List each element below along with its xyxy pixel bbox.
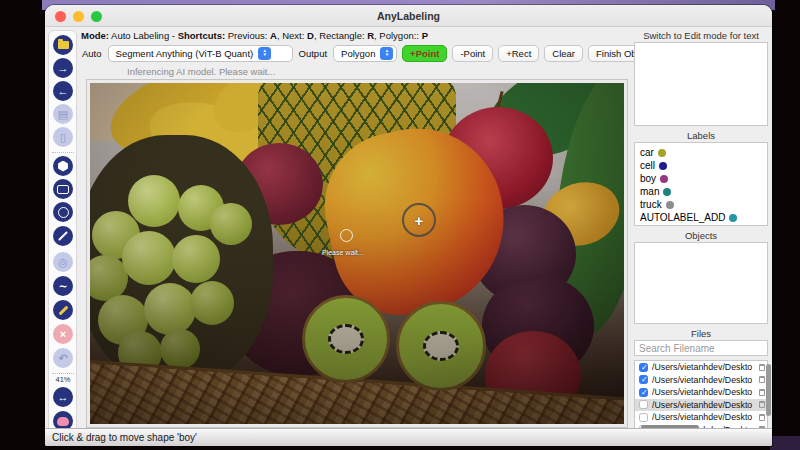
vertical-scrollbar[interactable] bbox=[766, 364, 771, 416]
file-row[interactable]: /Users/vietanhdev/Deskto bbox=[635, 361, 767, 374]
status-bar: Click & drag to move shape 'boy' bbox=[45, 428, 772, 446]
title-bar[interactable]: AnyLabeling bbox=[45, 5, 772, 27]
zoom-window-button[interactable] bbox=[91, 11, 102, 22]
status-message: Click & drag to move shape 'boy' bbox=[52, 432, 197, 443]
wait-spinner-icon bbox=[340, 229, 353, 242]
model-select[interactable]: Segment Anything (ViT-B Quant) ▲▼ bbox=[108, 45, 293, 62]
trash-icon bbox=[759, 389, 765, 396]
label-color-dot bbox=[666, 201, 674, 209]
label-item[interactable]: man bbox=[640, 185, 767, 198]
save-button[interactable]: ▤ bbox=[53, 104, 73, 124]
output-label: Output bbox=[299, 48, 328, 59]
inference-status-text: Inferencing AI model. Please wait... bbox=[127, 66, 275, 77]
file-checkbox[interactable] bbox=[639, 400, 648, 409]
toolbar-separator bbox=[52, 152, 74, 153]
shortcuts-label: Shortcuts: bbox=[178, 30, 226, 41]
window-title: AnyLabeling bbox=[45, 5, 772, 27]
file-row[interactable]: /Users/vietanhdev/Deskto bbox=[635, 411, 767, 424]
file-checkbox[interactable] bbox=[639, 363, 648, 372]
create-polyline-button[interactable]: ∼ bbox=[53, 276, 73, 296]
add-point-button[interactable]: +Point bbox=[402, 45, 447, 62]
file-row[interactable]: /Users/vietanhdev/Deskto bbox=[635, 374, 767, 387]
label-item[interactable]: AUTOLABEL_ADD bbox=[640, 211, 767, 224]
auto-labeling-toolbar: Auto Segment Anything (ViT-B Quant) ▲▼ O… bbox=[81, 44, 707, 62]
wait-tooltip: Please wait... bbox=[322, 249, 364, 256]
mode-value: Auto Labeling - bbox=[109, 30, 178, 41]
label-item[interactable]: truck bbox=[640, 198, 767, 211]
file-row[interactable]: /Users/vietanhdev/Deskto bbox=[635, 386, 767, 399]
folder-icon bbox=[58, 41, 69, 49]
mode-shortcuts-bar: Mode: Auto Labeling - Shortcuts: Previou… bbox=[81, 30, 681, 41]
tools-sidebar: → ← ▤ ▯ ◎ ∼ × ↶ 41% ↔ bbox=[48, 30, 77, 437]
auto-label: Auto bbox=[82, 48, 102, 59]
label-color-dot bbox=[663, 188, 671, 196]
search-filename-input[interactable] bbox=[634, 340, 768, 356]
polyline-icon: ∼ bbox=[58, 281, 67, 292]
label-color-dot bbox=[660, 175, 668, 183]
x-icon: × bbox=[60, 329, 66, 340]
image-canvas[interactable]: Please wait... + bbox=[86, 79, 628, 428]
open-file-button[interactable] bbox=[53, 35, 73, 55]
create-rectangle-button[interactable] bbox=[53, 179, 73, 199]
label-color-dot bbox=[658, 149, 666, 157]
right-panel: Switch to Edit mode for text editing Lab… bbox=[630, 30, 772, 436]
file-checkbox[interactable] bbox=[639, 413, 648, 422]
objects-header: Objects bbox=[630, 230, 772, 241]
save-icon: ▤ bbox=[58, 109, 68, 120]
fruit-photo: Please wait... + bbox=[90, 83, 624, 424]
next-image-button[interactable]: → bbox=[53, 58, 73, 78]
fit-width-icon: ↔ bbox=[58, 392, 69, 403]
create-polygon-button[interactable] bbox=[53, 156, 73, 176]
close-window-button[interactable] bbox=[55, 11, 66, 22]
clear-button[interactable]: Clear bbox=[544, 45, 583, 62]
toolbar-separator bbox=[52, 373, 74, 374]
delete-file-button[interactable]: ▯ bbox=[53, 127, 73, 147]
label-item[interactable]: cell bbox=[640, 159, 767, 172]
fit-width-button[interactable]: ↔ bbox=[53, 387, 73, 407]
create-point-button[interactable]: ◎ bbox=[53, 252, 73, 272]
trash-icon: ▯ bbox=[60, 132, 66, 143]
crosshair-cursor[interactable]: + bbox=[402, 203, 436, 237]
prev-image-button[interactable]: ← bbox=[53, 81, 73, 101]
rectangle-icon bbox=[57, 185, 69, 194]
files-header: Files bbox=[630, 328, 772, 339]
desktop: AnyLabeling Mode: Auto Labeling - Shortc… bbox=[0, 0, 800, 450]
point-icon: ◎ bbox=[58, 257, 68, 268]
select-stepper-icon: ▲▼ bbox=[258, 47, 271, 60]
remove-point-button[interactable]: -Point bbox=[452, 45, 493, 62]
pencil-icon bbox=[58, 305, 68, 315]
add-rect-button[interactable]: +Rect bbox=[498, 45, 539, 62]
delete-object-button[interactable]: × bbox=[53, 324, 73, 344]
traffic-lights bbox=[55, 11, 102, 22]
zoom-level-text: 41% bbox=[49, 375, 77, 384]
trash-icon bbox=[759, 414, 765, 421]
objects-list bbox=[634, 242, 768, 324]
files-list: /Users/vietanhdev/Deskto /Users/vietanhd… bbox=[634, 360, 768, 434]
output-select[interactable]: Polygon ▲▼ bbox=[333, 45, 397, 62]
polygon-icon bbox=[58, 161, 69, 172]
edit-object-button[interactable] bbox=[53, 300, 73, 320]
mode-label: Mode: bbox=[81, 30, 109, 41]
labels-list: car cell boy man truck AUTOLABEL_ADD bbox=[634, 142, 768, 226]
label-item[interactable]: car bbox=[640, 146, 767, 159]
trash-icon bbox=[759, 376, 765, 383]
create-line-button[interactable] bbox=[53, 226, 73, 246]
label-item[interactable]: boy bbox=[640, 172, 767, 185]
create-circle-button[interactable] bbox=[53, 202, 73, 222]
text-edit-box[interactable] bbox=[634, 42, 768, 126]
label-color-dot bbox=[729, 214, 737, 222]
label-color-dot bbox=[659, 162, 667, 170]
brain-icon bbox=[57, 417, 69, 426]
line-icon bbox=[58, 231, 68, 241]
file-checkbox[interactable] bbox=[639, 388, 648, 397]
minimize-window-button[interactable] bbox=[73, 11, 84, 22]
file-checkbox[interactable] bbox=[639, 375, 648, 384]
arrow-left-icon: ← bbox=[58, 86, 69, 97]
labels-header: Labels bbox=[630, 130, 772, 141]
arrow-right-icon: → bbox=[58, 63, 69, 74]
trash-icon bbox=[759, 401, 765, 408]
file-row[interactable]: /Users/vietanhdev/Deskto bbox=[635, 399, 767, 412]
circle-icon bbox=[58, 207, 69, 218]
undo-button[interactable]: ↶ bbox=[53, 348, 73, 368]
anylabeling-window: AnyLabeling Mode: Auto Labeling - Shortc… bbox=[45, 5, 772, 446]
